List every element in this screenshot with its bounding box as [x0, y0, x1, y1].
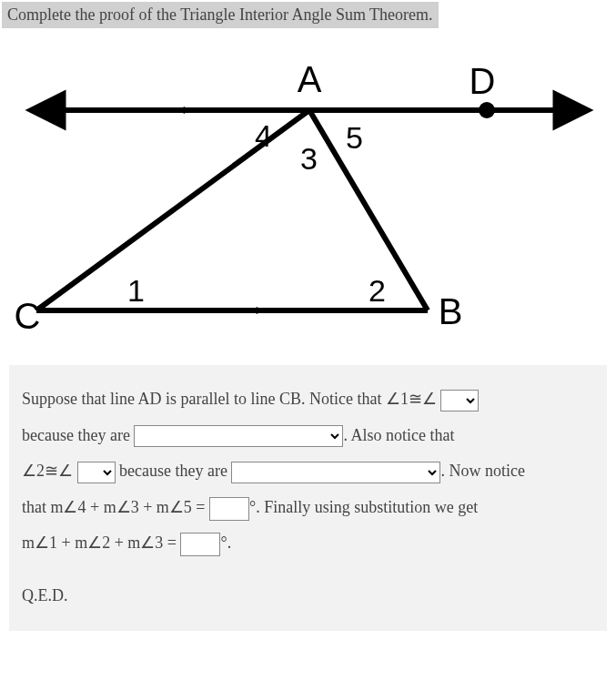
label-angle-3: 3 [300, 141, 318, 176]
label-C: C [15, 296, 41, 336]
dropdown-reason-1[interactable] [134, 425, 343, 447]
dropdown-reason-2[interactable] [231, 462, 440, 483]
proof-text-4a: that m∠4 + m∠3 + m∠5 = [22, 498, 209, 516]
dropdown-angle-2-congruent[interactable] [77, 462, 116, 483]
proof-text-3a: ∠2≅∠ [22, 462, 73, 480]
label-angle-2: 2 [369, 273, 386, 308]
dropdown-angle-1-congruent[interactable] [440, 390, 479, 412]
proof-text-5a: m∠1 + m∠2 + m∠3 = [22, 533, 180, 552]
proof-text-2a: because they are [22, 426, 134, 444]
proof-box: Suppose that line AD is parallel to line… [9, 365, 607, 631]
qed-label: Q.E.D. [22, 578, 594, 615]
proof-text-2b: . Also notice that [343, 426, 454, 444]
label-angle-1: 1 [127, 273, 145, 308]
page-title: Complete the proof of the Triangle Inter… [2, 2, 439, 28]
proof-text-3b: because they are [119, 462, 231, 480]
input-sum-345[interactable] [209, 497, 249, 521]
proof-text-4b: °. Finally using substitution we get [249, 498, 478, 516]
label-angle-5: 5 [346, 120, 363, 155]
label-angle-4: 4 [255, 118, 272, 153]
point-D [479, 102, 495, 118]
label-B: B [439, 291, 463, 331]
proof-text-5b: °. [220, 533, 231, 552]
label-A: A [298, 59, 322, 99]
proof-text-1: Suppose that line AD is parallel to line… [22, 390, 437, 408]
label-D: D [470, 61, 496, 101]
triangle-diagram: A D C B 4 3 5 1 2 [9, 46, 601, 347]
proof-text-3c: . Now notice [440, 462, 524, 480]
input-sum-123[interactable] [180, 533, 220, 556]
diagram-container: A D C B 4 3 5 1 2 [0, 28, 616, 356]
